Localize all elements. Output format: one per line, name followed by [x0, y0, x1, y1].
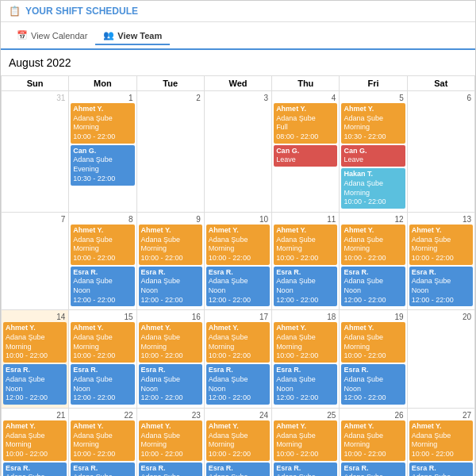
shift-block[interactable]: Esra R. Adana Şube Noon 12:00 - 22:00	[3, 463, 67, 476]
calendar-day: 23 Ahmet Y. Adana Şube Morning 10:00 - 2…	[136, 408, 204, 476]
shift-block[interactable]: Esra R. Adana Şube Noon 12:00 - 22:00	[274, 267, 337, 307]
toolbar: 📅 View Calendar 👥 View Team	[1, 22, 475, 50]
day-number: 21	[3, 410, 67, 420]
team-icon: 👥	[103, 30, 114, 40]
shift-block[interactable]: Esra R. Adana Şube Noon 12:00 - 22:00	[71, 267, 134, 307]
shift-block[interactable]: Ahmet Y. Adana Şube Morning 10:00 - 22:0…	[139, 420, 202, 461]
calendar-day: 6	[407, 91, 474, 213]
header-icon: 📋	[9, 6, 21, 17]
calendar-day: 3	[204, 91, 271, 213]
day-number: 24	[206, 410, 270, 420]
calendar-day: 19 Ahmet Y. Adana Şube Morning 10:00 - 2…	[340, 310, 407, 409]
calendar-day: 17 Ahmet Y. Adana Şube Morning 10:00 - 2…	[204, 310, 271, 409]
calendar-day: 16 Ahmet Y. Adana Şube Morning 10:00 - 2…	[136, 310, 204, 409]
shift-block[interactable]: Esra R. Adana Şube Noon 12:00 - 22:00	[139, 364, 202, 405]
shift-block[interactable]: Esra R. Adana Şube Noon 12:00 - 22:00	[139, 267, 202, 307]
table-row: 7 8 Ahmet Y. Adana Şube Morning 10:00 - …	[2, 212, 475, 310]
day-number: 17	[206, 312, 270, 322]
col-thu: Thu	[272, 76, 340, 91]
calendar-day: 24 Ahmet Y. Adana Şube Morning 10:00 - 2…	[204, 408, 271, 476]
col-fri: Fri	[340, 76, 407, 91]
shift-block[interactable]: Ahmet Y. Adana Şube Full 08:00 - 22:00	[274, 103, 337, 144]
day-number: 18	[274, 312, 337, 322]
shift-block[interactable]: Ahmet Y. Adana Şube Morning 10:00 - 22:0…	[274, 225, 337, 265]
shift-block[interactable]: Ahmet Y. Adana Şube Morning 10:00 - 22:0…	[274, 322, 337, 363]
day-number: 6	[409, 93, 473, 103]
shift-block[interactable]: Esra R. Adana Şube Noon 12:00 - 22:00	[206, 267, 270, 307]
calendar-day: 1 Ahmet Y. Adana Şube Morning 10:00 - 22…	[69, 91, 136, 213]
shift-block[interactable]: Ahmet Y. Adana Şube Morning 10:00 - 22:0…	[139, 225, 202, 265]
shift-block[interactable]: Ahmet Y. Adana Şube Morning 10:00 - 22:0…	[139, 322, 202, 363]
view-team-button[interactable]: 👥 View Team	[95, 27, 170, 45]
calendar-day: 18 Ahmet Y. Adana Şube Morning 10:00 - 2…	[272, 310, 340, 409]
day-number: 8	[71, 214, 134, 225]
day-number: 11	[274, 214, 337, 225]
shift-block[interactable]: Ahmet Y. Adana Şube Morning 10:30 - 22:0…	[341, 103, 405, 144]
calendar-day: 14 Ahmet Y. Adana Şube Morning 10:00 - 2…	[2, 310, 69, 409]
shift-block[interactable]: Ahmet Y. Adana Şube Morning 10:00 - 22:0…	[71, 103, 134, 144]
day-number: 20	[409, 312, 473, 322]
day-number: 26	[341, 410, 405, 420]
day-number: 4	[274, 93, 337, 103]
shift-block[interactable]: Esra R. Adana Şube Noon 12:00 - 22:00	[341, 364, 405, 405]
shift-block[interactable]: Esra R. Adana Şube Noon 12:00 - 22:00	[3, 364, 67, 405]
table-row: 31 1 Ahmet Y. Adana Şube Morning 10:00 -…	[2, 91, 475, 213]
shift-block[interactable]: Ahmet Y. Adana Şube Morning 10:00 - 22:0…	[341, 322, 405, 363]
shift-block[interactable]: Esra R. Adana Şube Noon 12:00 - 22:00	[409, 267, 473, 307]
calendar-day: 5 Ahmet Y. Adana Şube Morning 10:30 - 22…	[340, 91, 407, 213]
view-calendar-button[interactable]: 📅 View Calendar	[9, 27, 95, 44]
table-row: 14 Ahmet Y. Adana Şube Morning 10:00 - 2…	[2, 310, 475, 409]
shift-block[interactable]: Ahmet Y. Adana Şube Morning 10:00 - 22:0…	[3, 322, 67, 363]
shift-block[interactable]: Ahmet Y. Adana Şube Morning 10:00 - 22:0…	[341, 225, 405, 265]
day-number: 23	[139, 410, 202, 420]
calendar-day: 27 Ahmet Y. Adana Şube Morning 10:00 - 2…	[407, 408, 474, 476]
calendar-day: 2	[136, 91, 204, 213]
shift-block[interactable]: Esra R. Adana Şube Noon 12:00 - 22:00	[341, 267, 405, 307]
day-number: 16	[139, 312, 202, 322]
day-number: 10	[206, 214, 270, 225]
shift-block[interactable]: Esra R. Adana Şube Noon 12:00 - 22:00	[206, 463, 270, 476]
calendar-day: 11 Ahmet Y. Adana Şube Morning 10:00 - 2…	[272, 212, 340, 310]
day-number: 22	[71, 410, 134, 420]
shift-block[interactable]: Esra R. Adana Şube Noon 12:00 - 22:00	[139, 463, 202, 476]
day-number: 27	[409, 410, 473, 420]
day-number: 7	[3, 214, 67, 225]
shift-block[interactable]: Can G. Adana Şube Evening 10:30 - 22:00	[71, 145, 134, 186]
shift-block[interactable]: Ahmet Y. Adana Şube Morning 10:00 - 22:0…	[274, 420, 337, 461]
day-number: 31	[3, 93, 67, 103]
calendar-day: 4 Ahmet Y. Adana Şube Full 08:00 - 22:00…	[272, 91, 340, 213]
shift-block[interactable]: Can G. Leave	[341, 145, 405, 167]
calendar-day: 8 Ahmet Y. Adana Şube Morning 10:00 - 22…	[69, 212, 136, 310]
shift-block[interactable]: Esra R. Adana Şube Noon 12:00 - 22:00	[71, 463, 134, 476]
col-tue: Tue	[136, 76, 204, 91]
shift-block[interactable]: Can G. Leave	[274, 145, 337, 167]
shift-block[interactable]: Hakan T. Adana Şube Morning 10:00 - 22:0…	[341, 168, 405, 209]
day-number: 5	[341, 93, 405, 103]
shift-block[interactable]: Ahmet Y. Adana Şube Morning 10:00 - 22:0…	[3, 420, 67, 461]
month-title: August 2022	[1, 50, 475, 75]
col-mon: Mon	[69, 76, 136, 91]
table-row: 21 Ahmet Y. Adana Şube Morning 10:00 - 2…	[2, 408, 475, 476]
shift-block[interactable]: Esra R. Adana Şube Noon 12:00 - 22:00	[71, 364, 134, 405]
shift-block[interactable]: Ahmet Y. Adana Şube Morning 10:00 - 22:0…	[71, 322, 134, 363]
shift-block[interactable]: Esra R. Adana Şube Noon 12:00 - 22:00	[206, 364, 270, 405]
app-container: 📋 YOUR SHIFT SCHEDULE 📅 View Calendar 👥 …	[0, 0, 476, 476]
calendar-day: 20	[407, 310, 474, 409]
shift-block[interactable]: Ahmet Y. Adana Şube Morning 10:00 - 22:0…	[206, 225, 270, 265]
day-number: 3	[206, 93, 270, 103]
shift-block[interactable]: Esra R. Adana Şube Noon 12:00 - 22:00	[341, 463, 405, 476]
calendar-icon: 📅	[17, 30, 28, 40]
shift-block[interactable]: Ahmet Y. Adana Şube Morning 10:00 - 22:0…	[341, 420, 405, 461]
shift-block[interactable]: Esra R. Adana Şube Noon 12:00 - 22:00	[409, 463, 473, 476]
shift-block[interactable]: Esra R. Adana Şube Noon 12:00 - 22:00	[274, 364, 337, 405]
shift-block[interactable]: Ahmet Y. Adana Şube Morning 10:00 - 22:0…	[71, 420, 134, 461]
shift-block[interactable]: Ahmet Y. Adana Şube Morning 10:00 - 22:0…	[206, 420, 270, 461]
calendar-day: 12 Ahmet Y. Adana Şube Morning 10:00 - 2…	[340, 212, 407, 310]
shift-block[interactable]: Ahmet Y. Adana Şube Morning 10:00 - 22:0…	[206, 322, 270, 363]
shift-block[interactable]: Ahmet Y. Adana Şube Morning 10:00 - 22:0…	[409, 420, 473, 461]
calendar-day: 10 Ahmet Y. Adana Şube Morning 10:00 - 2…	[204, 212, 271, 310]
shift-block[interactable]: Ahmet Y. Adana Şube Morning 10:00 - 22:0…	[409, 225, 473, 265]
shift-block[interactable]: Ahmet Y. Adana Şube Morning 10:00 - 22:0…	[71, 225, 134, 265]
shift-block[interactable]: Esra R. Adana Şube Noon 12:00 - 22:00	[274, 463, 337, 476]
calendar-day: 9 Ahmet Y. Adana Şube Morning 10:00 - 22…	[136, 212, 204, 310]
